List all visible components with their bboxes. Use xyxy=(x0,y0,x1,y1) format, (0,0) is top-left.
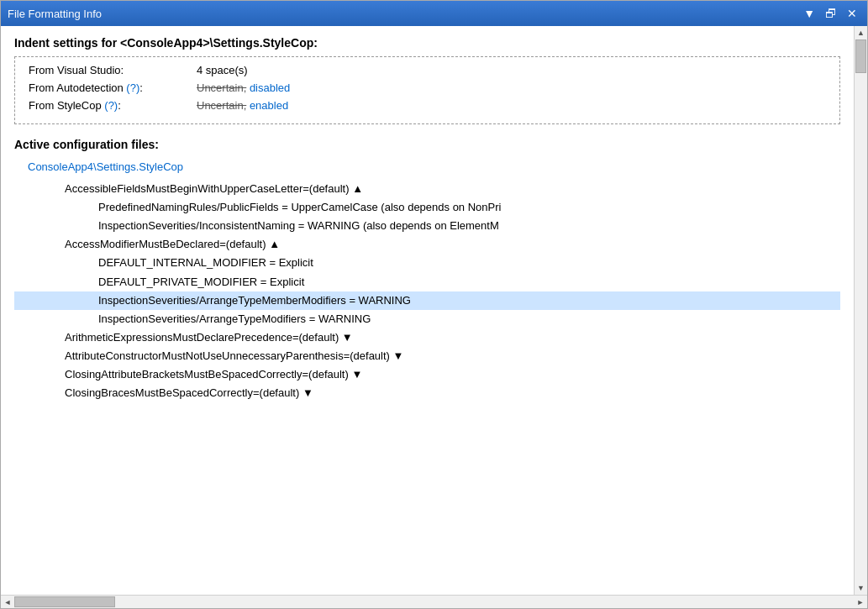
attribute-constructor-arrow-down[interactable]: ▼ xyxy=(393,349,404,362)
accessible-fields-arrow-up[interactable]: ▲ xyxy=(352,182,363,195)
arithmetic-label: ArithmeticExpressionsMustDeclarePreceden… xyxy=(65,331,342,344)
arrange-type-member-label: InspectionSeverities/ArrangeTypeMemberMo… xyxy=(98,294,411,307)
auto-value: Uncertain, disabled xyxy=(197,81,290,94)
tree-item-arithmetic: ArithmeticExpressionsMustDeclarePreceden… xyxy=(65,328,840,347)
scroll-track-h[interactable] xyxy=(14,596,854,608)
scroll-thumb-h[interactable] xyxy=(14,596,115,607)
access-modifier-label: AccessModifierMustBeDeclared=(default) xyxy=(65,238,269,250)
stylecop-value: Uncertain, enabled xyxy=(197,99,288,112)
indent-heading: Indent settings for <ConsoleApp4>\Settin… xyxy=(14,36,840,50)
closing-braces-arrow-down[interactable]: ▼ xyxy=(302,386,313,399)
window-controls: ▼ 🗗 ✕ xyxy=(800,7,860,20)
window-title: File Formatting Info xyxy=(8,8,102,20)
config-file-link-row: ConsoleApp4\Settings.StyleCop xyxy=(14,158,840,180)
scroll-down-arrow[interactable]: ▼ xyxy=(855,581,868,595)
closing-braces-label: ClosingBracesMustBeSpacedCorrectly=(defa… xyxy=(65,386,302,399)
indent-row-vs: From Visual Studio: 4 space(s) xyxy=(29,64,826,76)
inspection-inconsistent-label: InspectionSeverities/InconsistentNaming … xyxy=(98,219,499,232)
tree-item-access-modifier: AccessModifierMustBeDeclared=(default) ▲ xyxy=(65,235,840,254)
scroll-thumb-v[interactable] xyxy=(855,39,866,73)
auto-disabled-link[interactable]: disabled xyxy=(250,81,290,94)
title-bar: File Formatting Info ▼ 🗗 ✕ xyxy=(1,1,867,26)
scroll-track-v[interactable] xyxy=(855,39,867,581)
arrange-type-modifiers-label: InspectionSeverities/ArrangeTypeModifier… xyxy=(98,312,371,325)
stylecop-enabled-link[interactable]: enabled xyxy=(250,99,288,112)
tree-item-default-private: DEFAULT_PRIVATE_MODIFIER = Explicit xyxy=(98,273,840,291)
closing-attribute-arrow-down[interactable]: ▼ xyxy=(351,368,362,381)
tree-item-closing-attribute: ClosingAttributeBracketsMustBeSpacedCorr… xyxy=(65,365,840,384)
tree-item-predefined-naming: PredefinedNamingRules/PublicFields = Upp… xyxy=(98,198,840,217)
main-content: Indent settings for <ConsoleApp4>\Settin… xyxy=(1,26,854,595)
closing-attribute-label: ClosingAttributeBracketsMustBeSpacedCorr… xyxy=(65,368,351,381)
content-area: Indent settings for <ConsoleApp4>\Settin… xyxy=(1,26,867,595)
arithmetic-arrow-down[interactable]: ▼ xyxy=(342,331,353,344)
auto-strikethrough: Uncertain, xyxy=(197,81,246,94)
stylecop-strikethrough: Uncertain, xyxy=(197,99,246,112)
accessible-fields-label: AccessibleFieldsMustBeginWithUpperCaseLe… xyxy=(65,182,352,195)
vs-label: From Visual Studio: xyxy=(29,64,197,76)
stylecop-question-link[interactable]: (?) xyxy=(104,99,118,112)
indent-box: From Visual Studio: 4 space(s) From Auto… xyxy=(14,56,840,124)
scroll-left-arrow[interactable]: ◄ xyxy=(1,596,14,609)
tree-item-default-internal: DEFAULT_INTERNAL_MODIFIER = Explicit xyxy=(98,254,840,272)
scroll-right-arrow[interactable]: ► xyxy=(854,596,867,609)
attribute-constructor-label: AttributeConstructorMustNotUseUnnecessar… xyxy=(65,349,393,362)
vertical-scrollbar[interactable]: ▲ ▼ xyxy=(854,26,867,595)
indent-row-auto: From Autodetection (?): Uncertain, disab… xyxy=(29,81,826,94)
predefined-naming-label: PredefinedNamingRules/PublicFields = Upp… xyxy=(98,201,501,213)
dropdown-button[interactable]: ▼ xyxy=(800,7,818,20)
tree-item-attribute-constructor: AttributeConstructorMustNotUseUnnecessar… xyxy=(65,347,840,365)
default-internal-label: DEFAULT_INTERNAL_MODIFIER = Explicit xyxy=(98,256,313,269)
close-button[interactable]: ✕ xyxy=(844,7,860,20)
tree-item-inspection-inconsistent: InspectionSeverities/InconsistentNaming … xyxy=(98,217,840,235)
active-config-section: Active configuration files: ConsoleApp4\… xyxy=(14,138,840,402)
tree-item-arrange-type-modifiers: InspectionSeverities/ArrangeTypeModifier… xyxy=(98,310,840,328)
config-file-link[interactable]: ConsoleApp4\Settings.StyleCop xyxy=(28,158,183,176)
active-config-heading: Active configuration files: xyxy=(14,138,840,151)
restore-button[interactable]: 🗗 xyxy=(822,7,840,20)
tree-container: ConsoleApp4\Settings.StyleCop Accessible… xyxy=(14,158,840,402)
tree-item-arrange-type-member: InspectionSeverities/ArrangeTypeMemberMo… xyxy=(14,291,840,310)
vs-value: 4 space(s) xyxy=(197,64,248,76)
auto-question-link[interactable]: (?) xyxy=(126,81,139,94)
auto-label: From Autodetection (?): xyxy=(29,81,197,94)
main-window: File Formatting Info ▼ 🗗 ✕ Indent settin… xyxy=(0,0,868,609)
tree-item-closing-braces: ClosingBracesMustBeSpacedCorrectly=(defa… xyxy=(65,384,840,402)
stylecop-label: From StyleCop (?): xyxy=(29,99,197,112)
access-modifier-arrow-up[interactable]: ▲ xyxy=(269,238,280,250)
default-private-label: DEFAULT_PRIVATE_MODIFIER = Explicit xyxy=(98,276,304,288)
indent-row-stylecop: From StyleCop (?): Uncertain, enabled xyxy=(29,99,826,112)
scroll-up-arrow[interactable]: ▲ xyxy=(855,26,868,39)
tree-item-accessible-fields: AccessibleFieldsMustBeginWithUpperCaseLe… xyxy=(65,180,840,198)
horizontal-scrollbar[interactable]: ◄ ► xyxy=(1,595,867,608)
